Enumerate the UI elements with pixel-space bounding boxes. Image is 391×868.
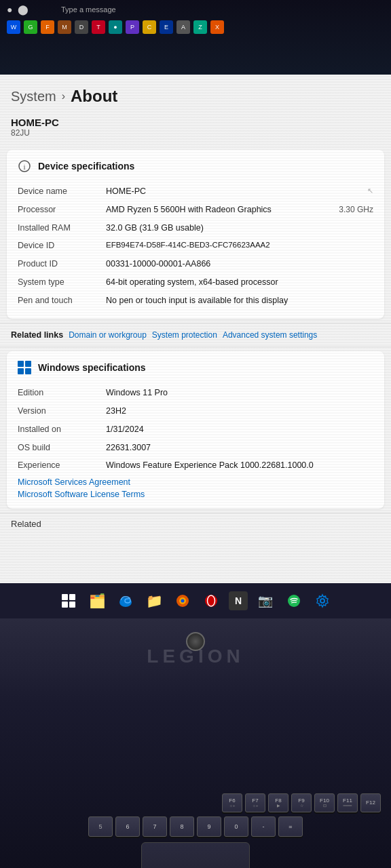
tray-icon-1[interactable]: W (7, 20, 20, 34)
windows-specs-title: Windows specifications (38, 362, 146, 373)
svg-point-9 (320, 599, 324, 603)
spotify-button[interactable] (283, 590, 305, 612)
tray-icon-5[interactable]: D (75, 20, 88, 34)
key-0[interactable]: 0 (224, 816, 248, 837)
pc-model: 82JU (11, 128, 380, 138)
device-specs-title: Device specifications (38, 161, 134, 172)
spec-value-device-name: HOME-PC (106, 185, 362, 198)
pc-name: HOME-PC (11, 117, 380, 128)
top-bar: ● ⬤ Type a message W G F M D T ● P C E A… (0, 0, 391, 75)
key-f8[interactable]: F8 ▶ (268, 793, 288, 812)
spec-value-pen-touch: No pen or touch input is available for t… (106, 294, 373, 307)
windows-specs-card: Windows specifications Edition Windows 1… (7, 351, 384, 509)
key-f11[interactable]: F11 ═══ (337, 793, 358, 812)
settings-button[interactable] (312, 590, 333, 612)
trackpad[interactable] (141, 842, 250, 868)
related-bottom: Related (0, 513, 391, 534)
spec-extra-cursor: ↖ (367, 185, 373, 198)
tray-icon-9[interactable]: C (143, 20, 156, 34)
key-8[interactable]: 8 (170, 816, 194, 837)
settings-area: System › About HOME-PC 82JU i Device spe… (0, 75, 391, 583)
tray-icon-10[interactable]: E (160, 20, 173, 34)
tray-icon-2[interactable]: G (24, 20, 37, 34)
spec-row-installed-on: Installed on 1/31/2024 (18, 420, 373, 439)
device-specs-card: i Device specifications Device name HOME… (7, 150, 384, 319)
key-5-partial[interactable]: 5 (88, 816, 113, 837)
type-message-label[interactable]: Type a message (61, 5, 116, 14)
key-7[interactable]: 7 (143, 816, 167, 837)
settings-content: System › About HOME-PC 82JU i Device spe… (0, 75, 391, 583)
tray-icon-12[interactable]: Z (193, 20, 207, 34)
tray-icon-4[interactable]: M (58, 20, 71, 34)
related-links-bar: Related links Domain or workgroup System… (0, 323, 391, 347)
spec-value-edition: Windows 11 Pro (106, 387, 373, 399)
edge-button[interactable] (115, 590, 136, 612)
photo-icon: 📷 (258, 593, 273, 608)
tray-icon-8[interactable]: P (126, 20, 139, 34)
tray-icon-13[interactable]: X (210, 20, 224, 34)
spec-label-system-type: System type (18, 276, 106, 289)
breadcrumb-system[interactable]: System (11, 89, 56, 104)
spec-label-device-id: Device ID (18, 239, 106, 252)
file-explorer-button[interactable]: 🗂️ (86, 590, 108, 612)
spec-label-ram: Installed RAM (18, 222, 106, 235)
notion-button[interactable]: N (229, 591, 248, 610)
circle-icon: ● (7, 4, 12, 15)
key-f9[interactable]: F9 ☆ (291, 793, 312, 812)
ms-services-link[interactable]: Microsoft Services Agreement (18, 477, 373, 487)
key-f10[interactable]: F10 ⊡ (314, 793, 335, 812)
key-f6[interactable]: F6 ☼+ (222, 793, 242, 812)
spec-label-product-id: Product ID (18, 258, 106, 271)
related-links-label: Related links (11, 330, 63, 340)
related-link-domain[interactable]: Domain or workgroup (69, 330, 147, 340)
related-link-advanced[interactable]: Advanced system settings (223, 330, 317, 340)
dot-icon: ⬤ (18, 4, 29, 15)
key-minus[interactable]: - (251, 816, 276, 837)
key-f12[interactable]: F12 (360, 793, 381, 812)
laptop-bottom: LEGION F6 ☼+ F7 ☼+ F8 ▶ F9 ☆ F10 ⊡ (0, 618, 391, 868)
spec-label-experience: Experience (18, 459, 106, 472)
opera-button[interactable] (200, 590, 222, 612)
file-explorer-icon: 🗂️ (89, 593, 106, 609)
key-9[interactable]: 9 (197, 816, 221, 837)
related-link-protection[interactable]: System protection (152, 330, 217, 340)
spec-label-edition: Edition (18, 387, 106, 399)
firefox-button[interactable] (172, 590, 193, 612)
svg-point-6 (205, 595, 217, 607)
folder-button[interactable]: 📁 (143, 590, 165, 612)
keyboard-area: F6 ☼+ F7 ☼+ F8 ▶ F9 ☆ F10 ⊡ F11 ═══ (0, 713, 391, 868)
info-icon: i (18, 159, 31, 173)
folder-icon: 📁 (146, 593, 163, 609)
spec-row-ram: Installed RAM 32.0 GB (31.9 GB usable) (18, 219, 373, 237)
ms-license-link[interactable]: Microsoft Software License Terms (18, 490, 373, 499)
spec-row-processor: Processor AMD Ryzen 5 5600H with Radeon … (18, 201, 373, 219)
spec-value-version: 23H2 (106, 405, 373, 418)
fn-keys-row: F6 ☼+ F7 ☼+ F8 ▶ F9 ☆ F10 ⊡ F11 ═══ (7, 793, 384, 812)
tray-icon-7[interactable]: ● (109, 20, 122, 34)
spec-value-installed-on: 1/31/2024 (106, 423, 373, 436)
tray-icon-11[interactable]: A (176, 20, 190, 34)
spec-row-experience: Experience Windows Feature Experience Pa… (18, 456, 373, 475)
key-plus[interactable]: = (278, 816, 303, 837)
photo-button[interactable]: 📷 (255, 590, 276, 612)
top-left-icons: ● ⬤ (7, 4, 29, 15)
device-specs-header: i Device specifications (18, 159, 373, 173)
breadcrumb-about: About (71, 87, 117, 106)
spec-label-processor: Processor (18, 203, 106, 216)
spec-row-device-id: Device ID EFB94E74-D58F-414C-BED3-CFC766… (18, 237, 373, 255)
spec-value-ram: 32.0 GB (31.9 GB usable) (106, 222, 373, 235)
start-button[interactable] (58, 590, 79, 612)
tray-icon-3[interactable]: F (41, 20, 54, 34)
spec-value-processor: AMD Ryzen 5 5600H with Radeon Graphics (106, 203, 333, 216)
key-f7[interactable]: F7 ☼+ (245, 793, 265, 812)
spec-label-installed-on: Installed on (18, 423, 106, 436)
taskbar: 🗂️ 📁 N 📷 (0, 583, 391, 618)
spec-value-device-id: EFB94E74-D58F-414C-BED3-CFC76623AAA2 (106, 239, 373, 252)
key-6[interactable]: 6 (115, 816, 140, 837)
laptop-logo: LEGION (147, 646, 244, 667)
tray-icon-6[interactable]: T (92, 20, 105, 34)
spec-row-edition: Edition Windows 11 Pro (18, 384, 373, 402)
spec-label-version: Version (18, 405, 106, 418)
spec-row-system-type: System type 64-bit operating system, x64… (18, 273, 373, 292)
spec-row-os-build: OS build 22631.3007 (18, 439, 373, 457)
